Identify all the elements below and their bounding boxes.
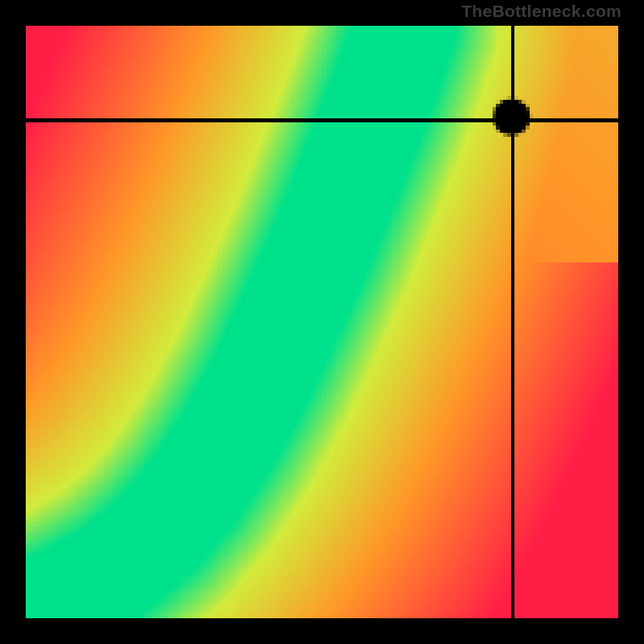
heatmap-canvas bbox=[26, 26, 618, 618]
heatmap-plot bbox=[26, 26, 618, 618]
chart-frame: TheBottleneck.com bbox=[0, 0, 644, 644]
watermark-text: TheBottleneck.com bbox=[461, 2, 621, 21]
